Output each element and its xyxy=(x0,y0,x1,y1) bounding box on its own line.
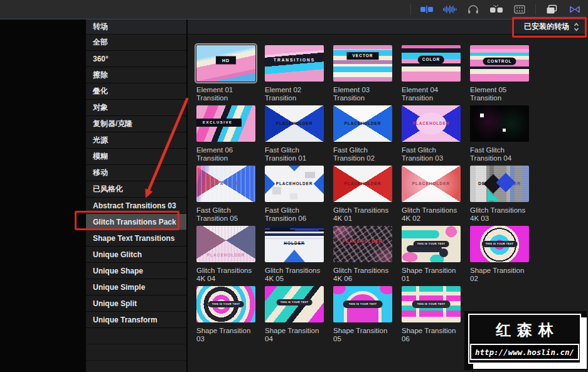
sidebar-item-label: Unique Transform xyxy=(93,316,158,324)
transition-item-fast-glitch-transition-06[interactable]: PLACEHOLDERFast Glitch Transition 06 xyxy=(265,166,324,226)
thumbnail-badge: PLACEHOLDER xyxy=(203,252,249,260)
sidebar-item-label: Abstract Transitions 03 xyxy=(93,201,176,210)
sidebar-item-光源[interactable]: 光源 xyxy=(86,132,186,149)
media-browser-icon[interactable] xyxy=(544,4,559,15)
headphones-icon[interactable] xyxy=(466,4,481,15)
sidebar-item-label: 360° xyxy=(93,55,109,63)
browser-header-right: 已安装的转场 xyxy=(188,19,588,34)
transition-thumbnail: THIS IS YOUR TEXT xyxy=(470,226,529,262)
transition-item-element-01-transition[interactable]: HDElement 01 Transition xyxy=(196,45,255,105)
filmstrip-icon[interactable] xyxy=(512,4,527,15)
sidebar-item-abstract-transitions-03[interactable]: Abstract Transitions 03 xyxy=(86,198,186,214)
transition-title: Element 06 Transition xyxy=(196,146,255,162)
transition-item-fast-glitch-transition-03[interactable]: PLACEHOLDERFast Glitch Transition 03 xyxy=(402,105,461,166)
thumbnail-badge: PLACEHOLDER xyxy=(272,180,317,188)
transition-thumbnail: EXCLUSIVE xyxy=(196,105,255,142)
transition-item-element-02-transition[interactable]: TRANSITIONSElement 02 Transition xyxy=(265,45,324,105)
transition-item-glitch-transitions-4k-06[interactable]: PLACEHOLDERGlitch Transitions 4K 06 xyxy=(333,226,392,286)
transition-item-element-06-transition[interactable]: EXCLUSIVEElement 06 Transition xyxy=(196,105,255,166)
transition-item-fast-glitch-transition-02[interactable]: PLACEHOLDERFast Glitch Transition 02 xyxy=(333,105,392,166)
transition-item-shape-transition-03[interactable]: THIS IS YOUR TEXTShape Transition 03 xyxy=(196,286,255,346)
sidebar-item-unique-split[interactable]: Unique Split xyxy=(86,295,186,312)
sidebar-item-对象[interactable]: 对象 xyxy=(86,100,186,116)
dropdown-label: 已安装的转场 xyxy=(524,21,569,32)
sidebar-item-移动[interactable]: 移动 xyxy=(86,165,186,181)
sidebar-item-复制器-克隆[interactable]: 复制器/克隆 xyxy=(86,116,186,132)
transition-title: Shape Transition 01 xyxy=(402,267,461,283)
transition-title: Glitch Transitions 4K 03 xyxy=(470,206,529,223)
transition-item-element-03-transition[interactable]: VECTORElement 03 Transition xyxy=(333,45,392,105)
thumbnail-badge: PLACEHOLDER xyxy=(340,120,385,128)
transition-item-shape-transition-05[interactable]: THIS IS YOUR TEXTShape Transition 05 xyxy=(333,286,392,346)
transition-item-element-04-transition[interactable]: COLORElement 04 Transition xyxy=(402,45,461,105)
sidebar-item-已风格化[interactable]: 已风格化 xyxy=(86,181,186,198)
sidebar-item-label: Shape Text Transitions xyxy=(93,234,174,243)
audio-waveform-icon[interactable] xyxy=(442,4,457,15)
transition-item-fast-glitch-transition-05[interactable]: PLACI RFast Glitch Transition 05 xyxy=(196,166,255,226)
transition-item-glitch-transitions-4k-04[interactable]: PLACEHOLDERGlitch Transitions 4K 04 xyxy=(196,226,255,286)
transition-thumbnail: THIS IS YOUR TEXT xyxy=(333,286,392,322)
sidebar-item-叠化[interactable]: 叠化 xyxy=(86,83,186,100)
sidebar-item-label: Unique Shape xyxy=(93,267,143,275)
transition-item-shape-transition-01[interactable]: THIS IS YOUR TEXTShape Transition 01 xyxy=(402,226,461,286)
transition-thumbnail: TRANSITIONS xyxy=(265,45,324,82)
transition-thumbnail: CONTROL xyxy=(470,45,529,82)
transition-title: Shape Transition 05 xyxy=(333,327,392,343)
transition-item-shape-transition-06[interactable]: THIS IS YOUR TEXTShape Transition 06 xyxy=(402,286,461,346)
transitions-browser-icon[interactable] xyxy=(567,4,582,15)
sidebar-item-unique-glitch[interactable]: Unique Glitch xyxy=(86,247,186,263)
effects-icon[interactable] xyxy=(489,4,504,15)
transition-title: Fast Glitch Transition 06 xyxy=(265,206,324,223)
transition-item-element-05-transition[interactable]: CONTROLElement 05 Transition xyxy=(470,45,529,105)
toolbar-separator xyxy=(535,4,536,15)
sidebar-item-unique-shape[interactable]: Unique Shape xyxy=(86,263,186,279)
thumbnail-badge: THIS IS YOUR TEXT xyxy=(343,300,383,308)
thumbnail-badge: HD xyxy=(216,56,236,65)
app-window: 转场 已安装的转场 全部360°擦除叠化对象复制器/克隆光源模糊移动已风格化Ab… xyxy=(0,0,588,372)
transition-title: Fast Glitch Transition 05 xyxy=(196,206,255,223)
sidebar-item-glitch-transitions-pack[interactable]: Glitch Transitions Pack xyxy=(86,214,186,230)
toolbar-separator xyxy=(410,4,411,15)
transition-title: Glitch Transitions 4K 06 xyxy=(333,267,392,283)
top-toolbar xyxy=(0,0,588,19)
transition-title: Shape Transition 04 xyxy=(265,327,324,343)
installed-transitions-dropdown[interactable]: 已安装的转场 xyxy=(524,21,579,32)
sidebar-item-模糊[interactable]: 模糊 xyxy=(86,149,186,165)
thumbnail-badge: COLOR xyxy=(418,56,444,64)
sidebar-item-unique-simple[interactable]: Unique Simple xyxy=(86,279,186,295)
transition-item-glitch-transitions-4k-03[interactable]: DERDERGlitch Transitions 4K 03 xyxy=(470,166,529,226)
transition-thumbnail: THIS IS YOUR TEXT xyxy=(265,286,324,322)
sidebar-item-label: 叠化 xyxy=(93,86,108,97)
thumbnail-badge: HOLDER xyxy=(279,240,309,248)
transition-item-glitch-transitions-4k-05[interactable]: HOLDERGlitch Transitions 4K 05 xyxy=(265,226,324,286)
thumbnail-badge: PLACEHOLDER xyxy=(340,180,385,188)
transition-item-shape-transition-04[interactable]: THIS IS YOUR TEXTShape Transition 04 xyxy=(265,286,324,346)
transition-thumbnail: PLACEHOLDER xyxy=(333,226,392,262)
sidebar-item-360[interactable]: 360° xyxy=(86,51,186,67)
sidebar-item-擦除[interactable]: 擦除 xyxy=(86,67,186,83)
sidebar-item-unique-transform[interactable]: Unique Transform xyxy=(86,312,186,328)
watermark-title: 红森林 xyxy=(489,320,560,340)
transition-item-glitch-transitions-4k-01[interactable]: PLACEHOLDERGlitch Transitions 4K 01 xyxy=(333,166,392,226)
sidebar-item-label: 模糊 xyxy=(93,151,108,162)
thumbnail-badge: THIS IS YOUR TEXT xyxy=(412,300,451,308)
transition-title: Glitch Transitions 4K 04 xyxy=(196,267,255,283)
transition-title: Fast Glitch Transition 04 xyxy=(470,146,529,162)
transition-thumbnail: THIS IS YOUR TEXT xyxy=(402,286,461,322)
transition-item-shape-transition-02[interactable]: THIS IS YOUR TEXTShape Transition 02 xyxy=(470,226,529,286)
transition-title: Glitch Transitions 4K 05 xyxy=(265,267,324,283)
timeline-clips-icon[interactable] xyxy=(419,4,434,15)
transition-thumbnail: PLACEHOLDER xyxy=(196,226,255,262)
thumbnail-badge: TRANSITIONS xyxy=(265,56,324,65)
transition-item-fast-glitch-transition-01[interactable]: PLACEHOLDERFast Glitch Transition 01 xyxy=(265,105,324,166)
sidebar-item-全部[interactable]: 全部 xyxy=(86,35,186,51)
transition-item-glitch-transitions-4k-02[interactable]: PLACEHOLDERGlitch Transitions 4K 02 xyxy=(402,166,461,226)
transition-thumbnail: THIS IS YOUR TEXT xyxy=(196,286,255,322)
sidebar-item-shape-text-transitions[interactable]: Shape Text Transitions xyxy=(86,230,186,247)
transition-title: Fast Glitch Transition 01 xyxy=(265,146,324,162)
transition-item-fast-glitch-transition-04[interactable]: Fast Glitch Transition 04 xyxy=(470,105,529,166)
sidebar-item-label: Unique Simple xyxy=(93,283,145,292)
sidebar-header: 转场 xyxy=(86,19,188,34)
transition-thumbnail: COLOR xyxy=(402,45,461,82)
transition-thumbnail: HOLDER xyxy=(265,226,324,262)
